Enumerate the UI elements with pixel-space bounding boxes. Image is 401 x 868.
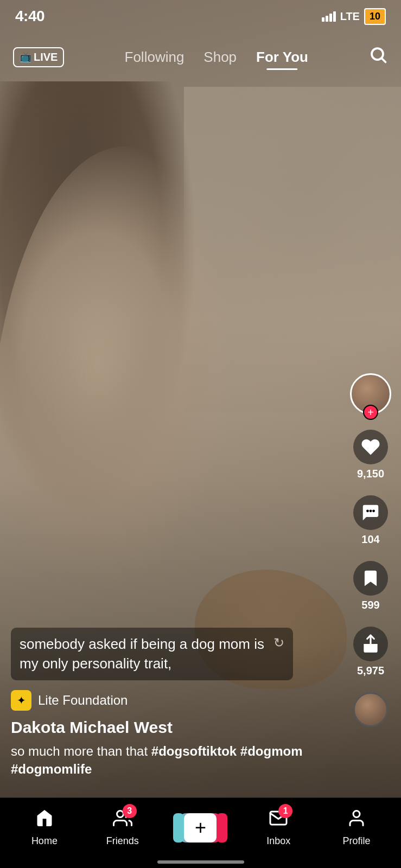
caption-text: somebody asked if being a dog mom is my …: [20, 634, 268, 674]
nav-links: Following Shop For You: [125, 49, 308, 66]
likes-count: 9,150: [357, 468, 384, 480]
svg-point-3: [370, 509, 372, 512]
heart-icon: [353, 430, 388, 464]
video-description: so much more than that #dogsoftiktok #do…: [11, 742, 336, 778]
status-bar: 4:40 LTE 10: [0, 0, 401, 33]
friends-icon: 3: [113, 808, 132, 832]
inbox-icon: 1: [269, 808, 288, 832]
friends-label: Friends: [106, 835, 139, 847]
nav-home[interactable]: Home: [20, 808, 69, 847]
status-time: 4:40: [15, 8, 44, 25]
music-disc-icon: [353, 692, 388, 727]
bottom-navigation: Home 3 Friends + 1: [0, 797, 401, 868]
share-icon: [353, 627, 388, 661]
bookmark-button[interactable]: 599: [353, 561, 388, 611]
add-button[interactable]: +: [179, 813, 222, 843]
svg-point-2: [366, 509, 369, 512]
profile-icon: [347, 808, 366, 832]
description-space: [237, 744, 240, 758]
description-text: so much more than that: [11, 744, 151, 758]
follow-button[interactable]: +: [363, 405, 378, 420]
refresh-icon[interactable]: ↻: [273, 635, 284, 650]
following-nav-link[interactable]: Following: [125, 49, 184, 66]
bookmark-icon: [353, 561, 388, 596]
comments-count: 104: [361, 533, 379, 546]
bookmarks-count: 599: [361, 599, 379, 611]
shop-nav-link[interactable]: Shop: [203, 49, 237, 66]
svg-line-1: [382, 58, 386, 62]
sponsor-row: ✦ Lite Foundation: [11, 690, 336, 711]
search-icon[interactable]: [368, 45, 388, 69]
nav-inbox[interactable]: 1 Inbox: [254, 808, 303, 847]
home-icon: [35, 808, 54, 832]
share-button[interactable]: 5,975: [353, 627, 388, 677]
hashtag-dogmom[interactable]: #dogmom: [240, 744, 303, 758]
hashtag-dogmomlife[interactable]: #dogmomlife: [11, 762, 92, 776]
shares-count: 5,975: [357, 665, 384, 677]
right-action-bar: + 9,150 104 599: [350, 373, 391, 727]
svg-point-7: [353, 811, 360, 818]
friends-badge: 3: [123, 804, 137, 818]
top-navigation: 📺 LIVE Following Shop For You: [0, 33, 401, 81]
plus-icon: +: [195, 818, 206, 838]
nav-add[interactable]: +: [176, 813, 225, 843]
lte-indicator: LTE: [340, 10, 360, 23]
comment-button[interactable]: 104: [353, 495, 388, 546]
creator-username[interactable]: Dakota Michael West: [11, 718, 336, 737]
home-indicator: [157, 860, 244, 864]
comment-icon: [353, 495, 388, 530]
sponsor-name: Lite Foundation: [38, 693, 128, 708]
inbox-label: Inbox: [266, 835, 290, 847]
sponsor-icon: ✦: [11, 690, 31, 711]
svg-point-4: [372, 509, 375, 512]
status-icons: LTE 10: [322, 8, 386, 25]
creator-avatar[interactable]: +: [350, 373, 391, 414]
tv-icon: 📺: [20, 51, 31, 63]
caption-bubble: somebody asked if being a dog mom is my …: [11, 628, 293, 680]
video-info: somebody asked if being a dog mom is my …: [0, 628, 347, 789]
battery-indicator: 10: [364, 8, 386, 25]
signal-bars-icon: [322, 11, 336, 22]
home-label: Home: [31, 835, 58, 847]
nav-profile[interactable]: Profile: [332, 808, 381, 847]
for-you-nav-link[interactable]: For You: [256, 49, 308, 66]
live-badge[interactable]: 📺 LIVE: [13, 47, 64, 67]
hashtag-dogsoftiktok[interactable]: #dogsoftiktok: [151, 744, 237, 758]
profile-label: Profile: [343, 835, 371, 847]
like-button[interactable]: 9,150: [353, 430, 388, 480]
inbox-badge: 1: [278, 804, 292, 818]
music-disc[interactable]: [353, 692, 388, 727]
live-label: LIVE: [34, 51, 58, 63]
add-btn-inner: +: [184, 813, 217, 843]
nav-friends[interactable]: 3 Friends: [98, 808, 147, 847]
